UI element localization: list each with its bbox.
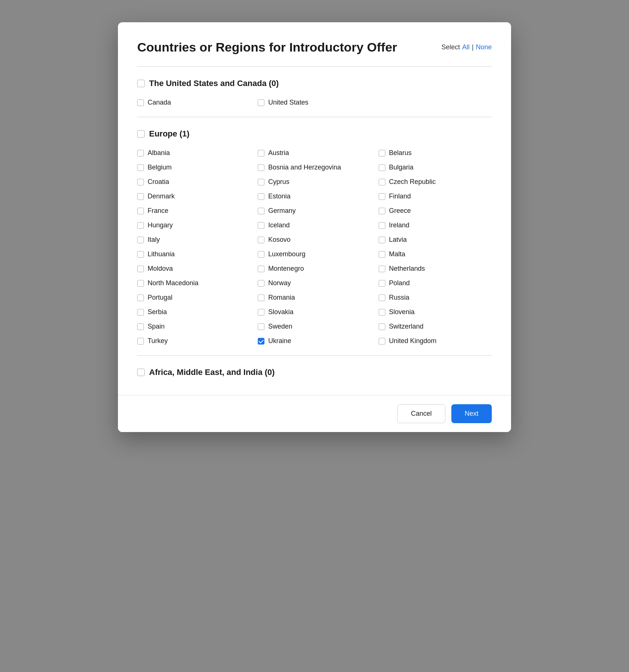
country-checkbox[interactable] [258,237,264,243]
country-label: Montenegro [268,265,304,273]
country-checkbox[interactable] [258,164,264,171]
country-label: Croatia [148,178,169,186]
section-checkbox-europe[interactable] [137,130,145,138]
section-europe: Europe (1)AlbaniaAustriaBelarusBelgiumBo… [137,117,492,356]
country-label: Estonia [268,192,290,200]
country-item: Croatia [137,177,250,187]
country-item: Hungary [137,220,250,231]
country-label: Albania [148,149,170,157]
select-all-link[interactable]: All [462,43,470,51]
country-label: Canada [148,99,171,106]
country-checkbox[interactable] [137,222,144,229]
country-item: Portugal [137,292,250,303]
country-checkbox[interactable] [258,294,264,301]
country-label: Sweden [268,323,292,330]
country-checkbox[interactable] [258,99,264,106]
country-item: Malta [379,249,492,260]
country-checkbox[interactable] [137,237,144,243]
country-item: Albania [137,148,250,158]
country-item: Denmark [137,191,250,202]
country-checkbox[interactable] [379,280,385,287]
country-item: Slovakia [258,307,371,317]
country-label: Kosovo [268,236,290,244]
country-checkbox[interactable] [379,150,385,157]
select-links-container: Select All | None [441,43,492,51]
country-checkbox[interactable] [379,251,385,258]
country-checkbox[interactable] [379,193,385,200]
section-header-us-canada: The United States and Canada (0) [137,79,492,88]
country-checkbox[interactable] [379,294,385,301]
country-checkbox[interactable] [258,251,264,258]
country-checkbox[interactable] [137,150,144,157]
country-label: United Kingdom [389,337,437,345]
country-checkbox[interactable] [137,164,144,171]
country-checkbox[interactable] [258,338,264,345]
country-checkbox[interactable] [137,323,144,330]
country-checkbox[interactable] [137,294,144,301]
modal-header: Countries or Regions for Introductory Of… [118,22,511,66]
country-item: Belgium [137,162,250,173]
country-checkbox[interactable] [137,251,144,258]
country-item: Norway [258,278,371,289]
country-label: Poland [389,279,410,287]
section-title-us-canada: The United States and Canada (0) [149,79,279,88]
country-checkbox[interactable] [258,309,264,316]
country-label: Malta [389,250,405,258]
country-checkbox[interactable] [258,323,264,330]
countries-grid-us-canada: CanadaUnited States [137,97,492,108]
country-checkbox[interactable] [137,99,144,106]
country-item: Ukraine [258,336,371,346]
country-checkbox[interactable] [137,266,144,272]
country-checkbox[interactable] [137,179,144,185]
country-item: Luxembourg [258,249,371,260]
country-item: Germany [258,205,371,216]
country-item: Sweden [258,321,371,332]
country-item: Greece [379,205,492,216]
country-label: Bulgaria [389,164,414,171]
country-label: Moldova [148,265,173,273]
cancel-button[interactable]: Cancel [397,404,445,423]
country-checkbox[interactable] [379,179,385,185]
country-checkbox[interactable] [258,280,264,287]
country-item: Netherlands [379,263,492,274]
country-checkbox[interactable] [258,208,264,214]
country-checkbox[interactable] [258,193,264,200]
country-checkbox[interactable] [258,266,264,272]
country-checkbox[interactable] [379,338,385,345]
country-label: Norway [268,279,291,287]
country-item: United Kingdom [379,336,492,346]
section-checkbox-us-canada[interactable] [137,80,145,87]
country-checkbox[interactable] [137,309,144,316]
country-label: France [148,207,168,215]
select-none-link[interactable]: None [476,43,492,51]
modal-title: Countries or Regions for Introductory Of… [137,40,397,55]
country-checkbox[interactable] [379,208,385,214]
country-checkbox[interactable] [137,280,144,287]
country-checkbox[interactable] [379,323,385,330]
next-button[interactable]: Next [451,404,492,423]
country-checkbox[interactable] [258,150,264,157]
country-item: France [137,205,250,216]
country-item: Kosovo [258,234,371,245]
country-label: Denmark [148,192,175,200]
country-checkbox[interactable] [137,193,144,200]
country-checkbox[interactable] [258,179,264,185]
country-checkbox[interactable] [379,266,385,272]
country-item: Montenegro [258,263,371,274]
country-label: Romania [268,294,295,302]
country-item: Estonia [258,191,371,202]
country-item: Ireland [379,220,492,231]
country-checkbox[interactable] [137,208,144,214]
section-header-africa-me-india: Africa, Middle East, and India (0) [137,368,492,377]
country-label: Czech Republic [389,178,436,186]
country-checkbox[interactable] [137,338,144,345]
country-checkbox[interactable] [258,222,264,229]
country-checkbox[interactable] [379,222,385,229]
country-checkbox[interactable] [379,237,385,243]
section-header-europe: Europe (1) [137,129,492,139]
country-item: Poland [379,278,492,289]
country-checkbox[interactable] [379,164,385,171]
section-checkbox-africa-me-india[interactable] [137,369,145,376]
country-label: Hungary [148,221,173,229]
country-checkbox[interactable] [379,309,385,316]
